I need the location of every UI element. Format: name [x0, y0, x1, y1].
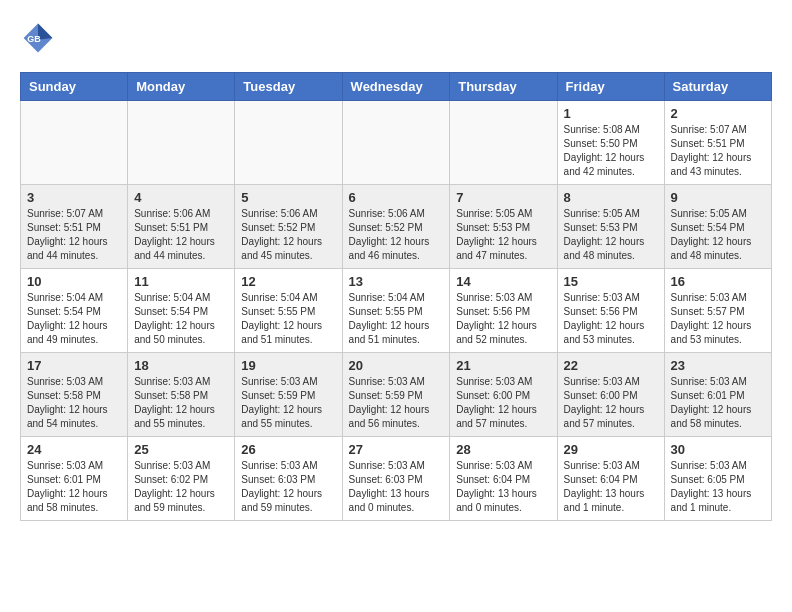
- calendar-cell: 2Sunrise: 5:07 AM Sunset: 5:51 PM Daylig…: [664, 101, 771, 185]
- day-number: 28: [456, 442, 550, 457]
- day-number: 6: [349, 190, 444, 205]
- calendar-cell: 9Sunrise: 5:05 AM Sunset: 5:54 PM Daylig…: [664, 185, 771, 269]
- calendar-week-1: 1Sunrise: 5:08 AM Sunset: 5:50 PM Daylig…: [21, 101, 772, 185]
- logo: GB: [20, 20, 62, 56]
- day-number: 17: [27, 358, 121, 373]
- calendar-cell: 11Sunrise: 5:04 AM Sunset: 5:54 PM Dayli…: [128, 269, 235, 353]
- day-number: 26: [241, 442, 335, 457]
- calendar-cell: 30Sunrise: 5:03 AM Sunset: 6:05 PM Dayli…: [664, 437, 771, 521]
- calendar-cell: 29Sunrise: 5:03 AM Sunset: 6:04 PM Dayli…: [557, 437, 664, 521]
- day-number: 30: [671, 442, 765, 457]
- day-info: Sunrise: 5:05 AM Sunset: 5:53 PM Dayligh…: [564, 207, 658, 263]
- day-info: Sunrise: 5:03 AM Sunset: 6:02 PM Dayligh…: [134, 459, 228, 515]
- calendar-cell: 13Sunrise: 5:04 AM Sunset: 5:55 PM Dayli…: [342, 269, 450, 353]
- day-number: 23: [671, 358, 765, 373]
- svg-text:GB: GB: [27, 34, 41, 44]
- day-number: 25: [134, 442, 228, 457]
- calendar-cell: 22Sunrise: 5:03 AM Sunset: 6:00 PM Dayli…: [557, 353, 664, 437]
- day-info: Sunrise: 5:06 AM Sunset: 5:51 PM Dayligh…: [134, 207, 228, 263]
- day-info: Sunrise: 5:04 AM Sunset: 5:55 PM Dayligh…: [241, 291, 335, 347]
- calendar-week-4: 17Sunrise: 5:03 AM Sunset: 5:58 PM Dayli…: [21, 353, 772, 437]
- day-number: 9: [671, 190, 765, 205]
- day-number: 1: [564, 106, 658, 121]
- day-number: 12: [241, 274, 335, 289]
- calendar-cell: 23Sunrise: 5:03 AM Sunset: 6:01 PM Dayli…: [664, 353, 771, 437]
- day-info: Sunrise: 5:03 AM Sunset: 5:56 PM Dayligh…: [564, 291, 658, 347]
- day-number: 19: [241, 358, 335, 373]
- day-number: 22: [564, 358, 658, 373]
- calendar-cell: 15Sunrise: 5:03 AM Sunset: 5:56 PM Dayli…: [557, 269, 664, 353]
- day-info: Sunrise: 5:04 AM Sunset: 5:54 PM Dayligh…: [27, 291, 121, 347]
- calendar-cell: 3Sunrise: 5:07 AM Sunset: 5:51 PM Daylig…: [21, 185, 128, 269]
- day-number: 18: [134, 358, 228, 373]
- calendar-cell: [128, 101, 235, 185]
- day-info: Sunrise: 5:03 AM Sunset: 5:57 PM Dayligh…: [671, 291, 765, 347]
- calendar-week-5: 24Sunrise: 5:03 AM Sunset: 6:01 PM Dayli…: [21, 437, 772, 521]
- day-info: Sunrise: 5:03 AM Sunset: 5:59 PM Dayligh…: [349, 375, 444, 431]
- calendar-cell: 20Sunrise: 5:03 AM Sunset: 5:59 PM Dayli…: [342, 353, 450, 437]
- calendar-cell: 17Sunrise: 5:03 AM Sunset: 5:58 PM Dayli…: [21, 353, 128, 437]
- day-number: 3: [27, 190, 121, 205]
- day-info: Sunrise: 5:04 AM Sunset: 5:54 PM Dayligh…: [134, 291, 228, 347]
- day-info: Sunrise: 5:08 AM Sunset: 5:50 PM Dayligh…: [564, 123, 658, 179]
- day-header-friday: Friday: [557, 73, 664, 101]
- day-number: 7: [456, 190, 550, 205]
- day-number: 14: [456, 274, 550, 289]
- day-info: Sunrise: 5:03 AM Sunset: 6:04 PM Dayligh…: [564, 459, 658, 515]
- calendar-cell: [21, 101, 128, 185]
- day-number: 2: [671, 106, 765, 121]
- calendar-cell: 19Sunrise: 5:03 AM Sunset: 5:59 PM Dayli…: [235, 353, 342, 437]
- day-info: Sunrise: 5:03 AM Sunset: 6:05 PM Dayligh…: [671, 459, 765, 515]
- calendar-cell: 4Sunrise: 5:06 AM Sunset: 5:51 PM Daylig…: [128, 185, 235, 269]
- calendar-cell: 27Sunrise: 5:03 AM Sunset: 6:03 PM Dayli…: [342, 437, 450, 521]
- day-info: Sunrise: 5:03 AM Sunset: 6:00 PM Dayligh…: [564, 375, 658, 431]
- day-info: Sunrise: 5:06 AM Sunset: 5:52 PM Dayligh…: [241, 207, 335, 263]
- day-info: Sunrise: 5:03 AM Sunset: 6:04 PM Dayligh…: [456, 459, 550, 515]
- day-info: Sunrise: 5:07 AM Sunset: 5:51 PM Dayligh…: [671, 123, 765, 179]
- calendar-cell: 28Sunrise: 5:03 AM Sunset: 6:04 PM Dayli…: [450, 437, 557, 521]
- day-header-wednesday: Wednesday: [342, 73, 450, 101]
- day-number: 5: [241, 190, 335, 205]
- calendar-cell: 12Sunrise: 5:04 AM Sunset: 5:55 PM Dayli…: [235, 269, 342, 353]
- calendar-cell: 10Sunrise: 5:04 AM Sunset: 5:54 PM Dayli…: [21, 269, 128, 353]
- day-header-sunday: Sunday: [21, 73, 128, 101]
- calendar-cell: 7Sunrise: 5:05 AM Sunset: 5:53 PM Daylig…: [450, 185, 557, 269]
- calendar-cell: 1Sunrise: 5:08 AM Sunset: 5:50 PM Daylig…: [557, 101, 664, 185]
- day-number: 8: [564, 190, 658, 205]
- calendar-cell: 14Sunrise: 5:03 AM Sunset: 5:56 PM Dayli…: [450, 269, 557, 353]
- day-info: Sunrise: 5:03 AM Sunset: 5:56 PM Dayligh…: [456, 291, 550, 347]
- calendar-cell: 21Sunrise: 5:03 AM Sunset: 6:00 PM Dayli…: [450, 353, 557, 437]
- day-number: 16: [671, 274, 765, 289]
- calendar: SundayMondayTuesdayWednesdayThursdayFrid…: [20, 72, 772, 521]
- day-header-tuesday: Tuesday: [235, 73, 342, 101]
- day-info: Sunrise: 5:03 AM Sunset: 5:58 PM Dayligh…: [134, 375, 228, 431]
- calendar-header-row: SundayMondayTuesdayWednesdayThursdayFrid…: [21, 73, 772, 101]
- calendar-cell: [342, 101, 450, 185]
- day-number: 15: [564, 274, 658, 289]
- day-info: Sunrise: 5:03 AM Sunset: 5:59 PM Dayligh…: [241, 375, 335, 431]
- day-header-thursday: Thursday: [450, 73, 557, 101]
- day-header-monday: Monday: [128, 73, 235, 101]
- calendar-cell: 18Sunrise: 5:03 AM Sunset: 5:58 PM Dayli…: [128, 353, 235, 437]
- calendar-cell: [450, 101, 557, 185]
- day-info: Sunrise: 5:03 AM Sunset: 6:00 PM Dayligh…: [456, 375, 550, 431]
- day-info: Sunrise: 5:03 AM Sunset: 6:03 PM Dayligh…: [241, 459, 335, 515]
- day-number: 29: [564, 442, 658, 457]
- day-number: 20: [349, 358, 444, 373]
- calendar-week-2: 3Sunrise: 5:07 AM Sunset: 5:51 PM Daylig…: [21, 185, 772, 269]
- day-info: Sunrise: 5:05 AM Sunset: 5:53 PM Dayligh…: [456, 207, 550, 263]
- calendar-week-3: 10Sunrise: 5:04 AM Sunset: 5:54 PM Dayli…: [21, 269, 772, 353]
- day-info: Sunrise: 5:05 AM Sunset: 5:54 PM Dayligh…: [671, 207, 765, 263]
- day-info: Sunrise: 5:03 AM Sunset: 6:01 PM Dayligh…: [671, 375, 765, 431]
- day-number: 4: [134, 190, 228, 205]
- calendar-cell: 6Sunrise: 5:06 AM Sunset: 5:52 PM Daylig…: [342, 185, 450, 269]
- day-number: 27: [349, 442, 444, 457]
- day-info: Sunrise: 5:03 AM Sunset: 5:58 PM Dayligh…: [27, 375, 121, 431]
- day-info: Sunrise: 5:03 AM Sunset: 6:03 PM Dayligh…: [349, 459, 444, 515]
- calendar-cell: [235, 101, 342, 185]
- logo-icon: GB: [20, 20, 56, 56]
- day-number: 10: [27, 274, 121, 289]
- calendar-cell: 25Sunrise: 5:03 AM Sunset: 6:02 PM Dayli…: [128, 437, 235, 521]
- day-number: 11: [134, 274, 228, 289]
- day-number: 24: [27, 442, 121, 457]
